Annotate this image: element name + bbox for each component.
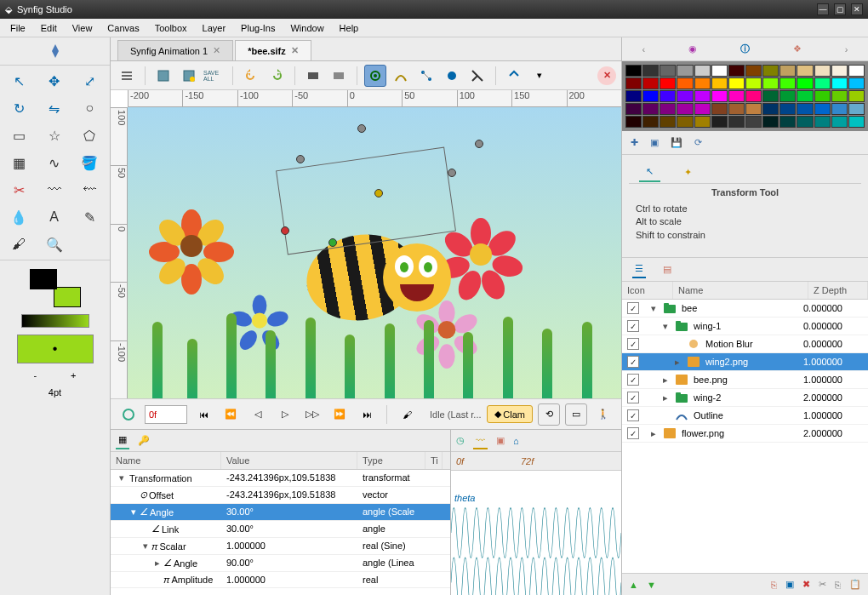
onion-skin-icon[interactable] [364, 65, 386, 87]
circle-tool[interactable]: ○ [74, 96, 105, 120]
layer-duplicate-icon[interactable]: ⎘ [771, 580, 777, 590]
layer-row[interactable]: ✓▾bee0.000000 [622, 300, 868, 318]
palette-cell[interactable] [797, 116, 813, 128]
palette-cell[interactable] [779, 103, 796, 115]
layer-group-icon[interactable]: ▣ [785, 579, 794, 590]
palette-cell[interactable] [797, 65, 813, 77]
layer-expander[interactable]: ▸ [649, 428, 658, 439]
children-tab-icon[interactable]: ⌂ [513, 436, 519, 446]
palette-cell[interactable] [625, 90, 642, 102]
layer-visible-checkbox[interactable]: ✓ [627, 320, 639, 332]
palette-add-icon[interactable]: ✚ [631, 137, 638, 148]
rotate-tool[interactable]: ↻ [3, 96, 34, 120]
palette-cell[interactable] [660, 77, 676, 89]
text-tool[interactable]: A [39, 205, 70, 229]
palette-cell[interactable] [642, 77, 659, 89]
menu-canvas[interactable]: Canvas [100, 20, 146, 36]
palette-cell[interactable] [694, 65, 711, 77]
param-row[interactable]: ⊙ Offset-243.241396px,109.51838vector [111, 487, 450, 504]
palette-save-icon[interactable]: 💾 [671, 137, 682, 148]
layer-row[interactable]: ✓▸wing-22.000000 [622, 389, 868, 407]
palette-cell[interactable] [745, 90, 762, 102]
palette-cell[interactable] [814, 90, 831, 102]
info-tab-icon[interactable]: ⓘ [740, 43, 750, 55]
layer-visible-checkbox[interactable]: ✓ [627, 392, 639, 403]
preview-icon[interactable] [328, 65, 350, 87]
transform-tool[interactable]: ↖ [3, 69, 34, 93]
scale-tool[interactable]: ⤢ [74, 69, 105, 93]
snap-grid-icon[interactable] [441, 65, 463, 87]
layer-paste-icon[interactable]: 📋 [849, 579, 861, 590]
seek-start-icon[interactable]: ⏮ [192, 403, 214, 426]
seek-end-icon[interactable]: ⏭ [356, 403, 378, 426]
layer-lower-icon[interactable]: ▼ [647, 580, 656, 590]
palette-cell[interactable] [848, 116, 865, 128]
palette-cell[interactable] [660, 90, 676, 102]
save-all-icon[interactable]: SAVE ALL [203, 65, 226, 87]
bounds-toggle-icon[interactable]: ▭ [565, 403, 587, 426]
palette-cell[interactable] [625, 65, 642, 77]
history-tab-icon[interactable]: ▣ [496, 435, 505, 446]
seek-next-frame-icon[interactable]: ▷▷ [301, 403, 323, 426]
fill-tool[interactable]: 🪣 [74, 151, 105, 174]
palette-cell[interactable] [625, 77, 642, 89]
dropdown-icon[interactable]: ▾ [528, 65, 551, 87]
canvas-area[interactable]: -200-150-100-50050100150200 100500-50-10… [111, 90, 621, 398]
brush-mode-icon[interactable]: 🖌 [396, 403, 418, 426]
palette-cell[interactable] [848, 77, 865, 89]
eyedrop-tool[interactable]: 💧 [3, 205, 34, 229]
loop-toggle-icon[interactable]: ⟲ [538, 403, 560, 426]
layers-tab-icon[interactable]: ☰ [632, 260, 646, 278]
palette-cell[interactable] [642, 116, 659, 128]
palette-cell[interactable] [694, 77, 711, 89]
save-icon[interactable] [152, 65, 174, 87]
palette-cell[interactable] [814, 77, 831, 89]
palette-cell[interactable] [848, 103, 865, 115]
params-tab-icon[interactable]: ▦ [116, 432, 129, 449]
palette-cell[interactable] [711, 65, 728, 77]
palette-cell[interactable] [779, 90, 796, 102]
handle-origin[interactable] [328, 238, 337, 247]
palette-cell[interactable] [762, 103, 779, 115]
curve-editor[interactable]: theta [451, 471, 621, 595]
palette-cell[interactable] [694, 90, 711, 102]
palette-cell[interactable] [797, 90, 813, 102]
palette-cell[interactable] [831, 90, 848, 102]
palette-cell[interactable] [779, 77, 796, 89]
toolbar-menu-icon[interactable] [116, 65, 138, 87]
current-frame-input[interactable] [145, 405, 187, 424]
fg-color-swatch[interactable] [30, 269, 57, 289]
palette-cell[interactable] [711, 77, 728, 89]
layer-visible-checkbox[interactable]: ✓ [627, 374, 639, 386]
palette-cell[interactable] [711, 90, 728, 102]
snap-vertex-icon[interactable] [415, 65, 437, 87]
palette-cell[interactable] [728, 103, 745, 115]
tab-close-icon[interactable]: ✕ [291, 45, 299, 56]
palette-cell[interactable] [728, 65, 745, 77]
keyframe-lock-icon[interactable] [117, 403, 140, 426]
menu-window[interactable]: Window [283, 20, 330, 36]
brush-tool[interactable]: 🖌 [3, 232, 34, 256]
curves-tab-icon[interactable]: 〰 [473, 432, 488, 449]
palette-tab-icon[interactable]: ◉ [688, 43, 697, 54]
palette-cell[interactable] [814, 65, 831, 77]
layer-row[interactable]: ✓▸bee.png1.000000 [622, 371, 868, 389]
palette-cell[interactable] [660, 103, 676, 115]
palette-cell[interactable] [814, 103, 831, 115]
seek-prev-frame-icon[interactable]: ◁ [247, 403, 269, 426]
toggle-onion-icon[interactable] [503, 65, 525, 87]
redo-icon[interactable] [266, 65, 288, 87]
palette-cell[interactable] [797, 77, 813, 89]
palette-cell[interactable] [677, 90, 693, 102]
layer-visible-checkbox[interactable]: ✓ [627, 409, 639, 421]
param-row[interactable]: ▾∠ Angle30.00°angle (Scale [111, 504, 450, 521]
handle-rotate[interactable] [281, 226, 289, 235]
star-tool[interactable]: ☆ [39, 123, 70, 147]
palette-cell[interactable] [728, 77, 745, 89]
menu-file[interactable]: File [3, 20, 32, 36]
param-row[interactable]: ▾π Scalar1.000000real (Sine) [111, 538, 450, 555]
nav-next-icon[interactable]: › [845, 44, 848, 54]
palette-cell[interactable] [728, 90, 745, 102]
palette-cell[interactable] [762, 116, 779, 128]
menu-view[interactable]: View [66, 20, 100, 36]
